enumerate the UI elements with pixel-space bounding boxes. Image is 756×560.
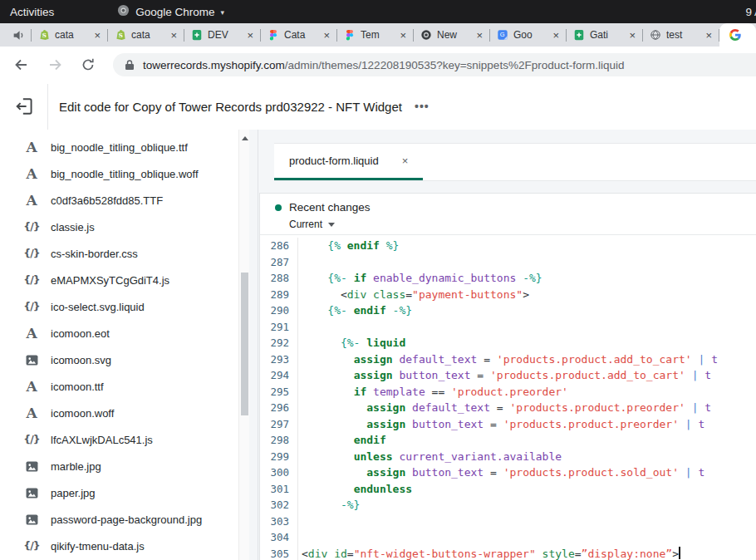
version-dropdown[interactable]: Current	[289, 219, 356, 230]
browser-tab-title: test	[666, 29, 700, 41]
line-number: 295	[260, 384, 298, 400]
browser-tab[interactable]: DEV×	[184, 23, 260, 47]
file-item[interactable]: Abig_noodle_titling_oblique.woff	[0, 160, 238, 187]
url-host: towerrecords.myshopify.com	[143, 59, 285, 71]
tab-close-icon[interactable]: ×	[400, 29, 406, 42]
page-header: Edit code for Copy of Tower Records prd0…	[0, 83, 756, 130]
file-list-sidebar: Abig_noodle_titling_oblique.ttfAbig_nood…	[0, 130, 238, 560]
tab-close-icon[interactable]: ×	[552, 29, 559, 42]
browser-tab[interactable]: test×	[643, 23, 719, 47]
file-item[interactable]: Ac0df3a6b528fdd85.TTF	[0, 187, 238, 214]
more-actions-button[interactable]: •••	[415, 100, 430, 113]
sidebar-scrollbar[interactable]	[238, 130, 250, 560]
file-item[interactable]: password-page-background.jpg	[0, 506, 238, 533]
editor-main: product-form.liquid × Recent changes Cur…	[249, 130, 756, 560]
file-item[interactable]: {/}ico-select.svg.liquid	[0, 293, 238, 320]
chrome-logo-icon	[117, 4, 130, 19]
url-path: /admin/themes/122208190535?key=snippets%…	[285, 59, 625, 71]
font-file-icon: A	[23, 406, 40, 420]
code-file-icon: {/}	[23, 302, 40, 312]
browser-tab-title: DEV	[208, 29, 242, 41]
page-title: Edit code for Copy of Tower Records prd0…	[59, 100, 402, 114]
browser-toolbar: towerrecords.myshopify.com/admin/themes/…	[0, 47, 756, 84]
file-item[interactable]: Aicomoon.woff	[0, 400, 238, 426]
shopify-icon: S	[38, 29, 50, 41]
browser-tab[interactable]: New×	[414, 23, 489, 47]
code-line-content: {%- endif -%}	[298, 302, 412, 319]
editor-tab-product-form[interactable]: product-form.liquid ×	[274, 144, 423, 180]
browser-tab[interactable]: Gati×	[567, 23, 642, 47]
browser-tab-active[interactable]	[719, 23, 756, 47]
version-dropdown-label: Current	[289, 219, 322, 230]
file-item[interactable]: {/}qikify-tmenu-data.js	[0, 533, 238, 559]
code-line: 304	[260, 529, 756, 546]
clock[interactable]: 9 A	[745, 6, 756, 18]
reload-button[interactable]	[80, 56, 96, 73]
file-name: password-page-background.jpg	[51, 513, 202, 526]
line-number: 286	[260, 238, 298, 254]
code-line: 305<div id="nft-widget-buttons-wrapper" …	[260, 546, 756, 560]
tab-close-icon[interactable]: ×	[705, 29, 712, 42]
code-file-icon: {/}	[23, 541, 40, 552]
file-item[interactable]: {/}classie.js	[0, 214, 238, 240]
file-item[interactable]: Aicomoon.eot	[0, 320, 238, 346]
file-name: paper.jpg	[51, 487, 96, 499]
line-number: 303	[260, 513, 298, 530]
app-menu[interactable]: Google Chrome ▾	[117, 4, 224, 19]
code-file-icon: {/}	[23, 275, 40, 286]
exit-code-editor-icon[interactable]	[14, 96, 36, 117]
font-file-icon: A	[23, 167, 40, 181]
code-line: 296 assign default_text = 'products.prod…	[260, 400, 756, 416]
browser-tab[interactable]: Scata×	[32, 23, 107, 47]
browser-tab-title: New	[437, 29, 471, 41]
file-name: eMAPMXSyTCgGdiT4.js	[51, 274, 169, 287]
code-line-content: -%}	[298, 497, 360, 513]
activities-button[interactable]: Activities	[10, 6, 54, 18]
file-item[interactable]: Aicomoon.ttf	[0, 373, 238, 400]
file-item[interactable]: paper.jpg	[0, 479, 238, 506]
file-item[interactable]: icomoon.svg	[0, 346, 238, 373]
image-file-icon	[23, 488, 40, 499]
file-name: classie.js	[51, 221, 95, 233]
code-line: 291	[260, 319, 756, 336]
code-line-content	[298, 513, 302, 530]
back-button[interactable]	[13, 56, 30, 73]
tab-close-icon[interactable]: ×	[94, 29, 101, 42]
code-line-content: endunless	[298, 481, 412, 498]
shopify-icon: S	[115, 29, 126, 41]
browser-tab[interactable]: Cata×	[261, 23, 336, 47]
code-line: 286 {% endif %}	[260, 238, 756, 254]
code-line-content: assign default_text = 'products.product.…	[298, 351, 718, 368]
forward-button[interactable]	[47, 56, 63, 73]
code-line-content: {%- if enable_dynamic_buttons -%}	[298, 270, 542, 287]
code-editor[interactable]: 286 {% endif %}287288 {%- if enable_dyna…	[260, 236, 756, 560]
code-line: 299 unless current_variant.available	[260, 449, 756, 465]
file-item[interactable]: {/}eMAPMXSyTCgGdiT4.js	[0, 267, 238, 293]
text-cursor	[679, 547, 680, 559]
file-item[interactable]: Abig_noodle_titling_oblique.ttf	[0, 134, 238, 160]
file-item[interactable]: {/}lfcAXLwjkDALc541.js	[0, 426, 238, 453]
lock-icon[interactable]	[125, 59, 135, 71]
browser-tab[interactable]: GGoo×	[490, 23, 566, 47]
tab-close-icon[interactable]: ×	[402, 155, 409, 167]
code-line: 290 {%- endif -%}	[260, 302, 756, 319]
tab-close-icon[interactable]: ×	[170, 29, 177, 42]
file-item[interactable]: {/}cs-skin-border.css	[0, 240, 238, 267]
address-bar[interactable]: towerrecords.myshopify.com/admin/themes/…	[113, 53, 756, 76]
file-name: icomoon.ttf	[51, 381, 104, 393]
browser-tab[interactable]: Scata×	[108, 23, 184, 47]
font-file-icon: A	[23, 194, 40, 208]
browser-tab[interactable]: Tem×	[337, 23, 413, 47]
file-item[interactable]: marble.jpg	[0, 453, 238, 479]
code-file-icon: {/}	[23, 435, 40, 445]
tab-close-icon[interactable]: ×	[476, 29, 483, 42]
editor-tab-bar: product-form.liquid ×	[274, 143, 756, 181]
tab-close-icon[interactable]: ×	[323, 29, 330, 42]
scroll-up-icon[interactable]	[242, 133, 248, 140]
font-file-icon: A	[23, 327, 40, 341]
code-line-content: assign button_text = 'products.product.s…	[298, 464, 704, 481]
tab-close-icon[interactable]: ×	[629, 29, 636, 42]
file-name: marble.jpg	[51, 460, 101, 473]
scrollbar-thumb[interactable]	[241, 273, 248, 415]
tab-close-icon[interactable]: ×	[247, 29, 253, 42]
